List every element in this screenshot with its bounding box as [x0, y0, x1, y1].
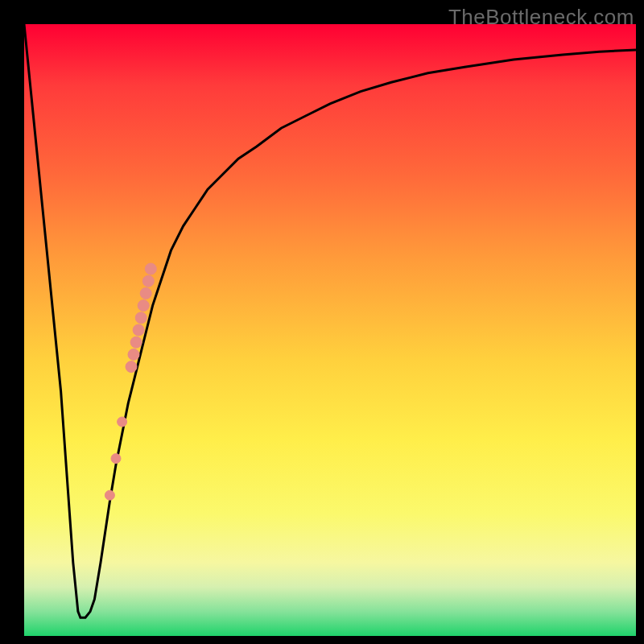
watermark-text: TheBottleneck.com: [448, 5, 634, 30]
data-marker: [145, 263, 156, 275]
data-marker: [126, 361, 137, 373]
data-marker: [135, 312, 147, 324]
chart-svg: [24, 24, 636, 636]
data-marker: [128, 349, 139, 360]
data-marker: [140, 287, 151, 299]
plot-area: [24, 24, 636, 636]
data-marker: [130, 336, 142, 348]
marker-group: [105, 263, 156, 500]
data-marker: [138, 300, 149, 312]
data-marker: [133, 324, 144, 336]
bottleneck-curve: [24, 24, 636, 617]
chart-frame: TheBottleneck.com: [0, 0, 644, 644]
data-marker: [111, 454, 121, 464]
data-marker: [118, 417, 127, 427]
data-marker: [142, 275, 154, 287]
data-marker: [105, 490, 114, 500]
